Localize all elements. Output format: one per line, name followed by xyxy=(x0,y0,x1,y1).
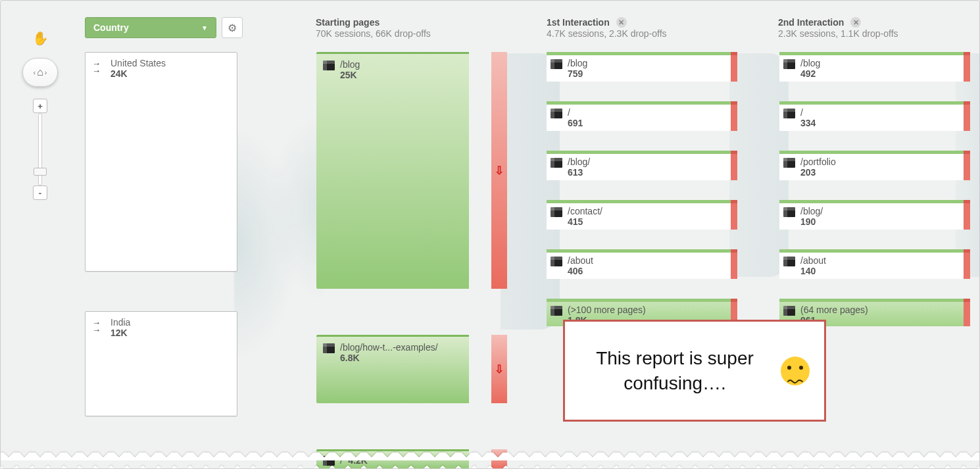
chevron-down-icon: ▼ xyxy=(201,24,208,32)
dimension-node[interactable]: →→ United States 24K xyxy=(85,52,237,272)
annotation-text: This report is super confusing…. xyxy=(579,346,770,396)
interaction-node-label: (64 more pages) xyxy=(800,305,868,315)
dimension-node-value: 24K xyxy=(110,68,166,79)
interaction-node-label: /blog/ xyxy=(568,157,590,167)
interaction1-remove-button[interactable]: ✕ xyxy=(616,17,627,28)
dropoff-bar[interactable] xyxy=(731,249,737,279)
page-icon xyxy=(323,61,335,70)
dimension-node-label: United States xyxy=(110,58,166,68)
starting-page-node[interactable]: /blog 25K ⇩ xyxy=(316,52,507,289)
dropoff-bar[interactable] xyxy=(964,151,970,180)
page-icon xyxy=(551,59,562,69)
interaction-node-value: 759 xyxy=(568,68,587,79)
interaction-node-label: /about xyxy=(800,255,826,266)
page-icon xyxy=(551,109,562,118)
dimension-dropdown-label: Country xyxy=(93,22,129,33)
interaction-node[interactable]: /about406 xyxy=(547,249,737,279)
interaction-node-value: 190 xyxy=(800,216,823,227)
dropoff-bar[interactable] xyxy=(964,52,970,82)
page-icon xyxy=(323,343,335,353)
interaction-node[interactable]: /contact/415 xyxy=(547,200,737,230)
page-icon xyxy=(783,207,795,217)
pan-hand-icon[interactable]: ✋ xyxy=(32,30,49,46)
interaction-node-value: 406 xyxy=(568,266,593,276)
starting-pages-title: Starting pages xyxy=(316,17,431,28)
interaction-node[interactable]: /about140 xyxy=(779,249,970,279)
page-icon xyxy=(783,109,795,118)
interaction-node-label: (>100 more pages) xyxy=(568,305,646,315)
interaction-node-value: 203 xyxy=(800,167,836,178)
interaction-node[interactable]: /blog759 xyxy=(547,52,737,82)
dropoff-bar[interactable] xyxy=(731,52,737,82)
dimension-node-value: 12K xyxy=(110,328,130,338)
page-icon xyxy=(783,257,795,266)
interaction-node[interactable]: /334 xyxy=(779,101,970,131)
interaction2-sub: 2.3K sessions, 1.1K drop-offs xyxy=(778,28,898,39)
dropoff-bar[interactable] xyxy=(964,299,970,326)
dimension-node-label: India xyxy=(110,317,130,328)
page-icon xyxy=(551,158,562,168)
interaction-node-label: /blog xyxy=(800,58,820,68)
interaction-node-value: 334 xyxy=(800,118,816,128)
starting-page-value: 6.8K xyxy=(340,353,438,363)
dropoff-bar[interactable]: ⇩ xyxy=(491,52,507,289)
starting-page-label: /blog/how-t...-examples/ xyxy=(340,342,438,353)
dropoff-bar[interactable] xyxy=(964,249,970,279)
interaction-node[interactable]: /691 xyxy=(547,101,737,131)
starting-page-label: /blog xyxy=(340,59,360,70)
interaction2-remove-button[interactable]: ✕ xyxy=(850,17,861,28)
page-icon xyxy=(783,158,795,168)
dropoff-arrow-icon: ⇩ xyxy=(495,164,504,178)
page-icon xyxy=(551,257,562,266)
starting-pages-sub: 70K sessions, 66K drop-offs xyxy=(316,28,431,39)
dropoff-bar[interactable] xyxy=(731,151,737,180)
interaction-node-label: /portfolio xyxy=(800,157,836,167)
settings-button[interactable]: ⚙ xyxy=(222,17,243,38)
page-icon xyxy=(551,306,562,316)
page-icon xyxy=(783,306,795,316)
interaction-node-label: /about xyxy=(568,255,593,266)
interaction-node-label: /blog xyxy=(568,58,587,68)
interaction-node-label: /contact/ xyxy=(568,206,602,216)
traffic-arrows-icon: →→ xyxy=(92,60,105,74)
interaction-node-value: 492 xyxy=(800,68,820,79)
interaction-node[interactable]: /blog492 xyxy=(779,52,970,82)
interaction1-sub: 4.7K sessions, 2.3K drop-offs xyxy=(547,28,667,39)
interaction-node-value: 691 xyxy=(568,118,583,128)
interaction-node[interactable]: /portfolio203 xyxy=(779,151,970,180)
interaction-node[interactable]: /blog/190 xyxy=(779,200,970,230)
annotation-callout: This report is super confusing…. xyxy=(563,320,826,422)
interaction2-title: 2nd Interaction xyxy=(778,17,844,28)
interaction-node-label: /blog/ xyxy=(800,206,823,216)
gear-icon: ⚙ xyxy=(228,22,237,34)
traffic-arrows-icon: →→ xyxy=(92,319,105,333)
dropoff-arrow-icon: ⇩ xyxy=(495,362,504,376)
interaction-node[interactable]: /blog/613 xyxy=(547,151,737,180)
interaction-node-value: 613 xyxy=(568,167,590,178)
woozy-face-emoji-icon xyxy=(781,357,810,385)
page-icon xyxy=(551,207,562,217)
starting-page-value: 25K xyxy=(340,70,360,80)
interaction-node-label: / xyxy=(800,107,816,118)
dropoff-bar[interactable] xyxy=(731,101,737,131)
starting-page-node[interactable]: /blog/how-t...-examples/ 6.8K ⇩ xyxy=(316,335,507,403)
dropoff-bar[interactable] xyxy=(731,200,737,230)
interaction-node-value: 140 xyxy=(800,266,826,276)
dropoff-bar[interactable] xyxy=(964,101,970,131)
page-icon xyxy=(783,59,795,69)
torn-edge-decoration xyxy=(1,453,979,468)
dropoff-bar[interactable] xyxy=(964,200,970,230)
interaction-node-value: 415 xyxy=(568,216,602,227)
dimension-node[interactable]: →→ India 12K xyxy=(85,311,237,416)
interaction1-title: 1st Interaction xyxy=(547,17,610,28)
interaction-node-label: / xyxy=(568,107,583,118)
dimension-dropdown[interactable]: Country ▼ xyxy=(85,17,216,38)
dropoff-bar[interactable]: ⇩ xyxy=(491,335,507,403)
